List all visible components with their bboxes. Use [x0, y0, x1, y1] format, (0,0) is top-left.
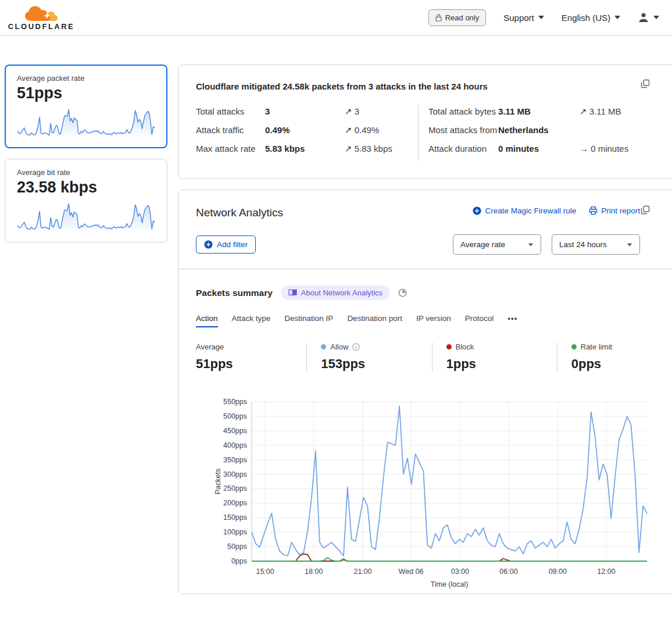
svg-text:350pps: 350pps [223, 456, 247, 464]
more-tabs-button[interactable]: ••• [507, 314, 517, 327]
attack-summary-panel: Cloudflare mitigated 24.58k packets from… [178, 65, 672, 179]
stat-value: 3 [265, 105, 345, 117]
avg-bit-rate-card[interactable]: Average bit rate 23.58 kbps [5, 159, 167, 242]
about-network-analytics-badge[interactable]: About Network Analytics [281, 286, 390, 300]
user-icon [638, 12, 649, 23]
svg-text:250pps: 250pps [223, 484, 247, 493]
svg-text:Wed 06: Wed 06 [399, 568, 424, 576]
support-menu[interactable]: Support [503, 13, 544, 23]
avg-packet-rate-card[interactable]: Average packet rate 51pps [5, 65, 167, 148]
stat-trend: ↗ 0.49% [345, 124, 379, 136]
chevron-down-icon [614, 16, 620, 19]
stat-trend: ↗ 3 [345, 105, 359, 117]
trend-up-icon: ↗ [580, 106, 587, 116]
print-report-link[interactable]: Print report [589, 206, 640, 215]
support-label: Support [503, 13, 534, 23]
plus-circle-icon [473, 206, 481, 215]
tab-action[interactable]: Action [196, 314, 218, 327]
plus-circle-icon [204, 240, 213, 249]
dimension-tabs: Action Attack type Destination IP Destin… [196, 314, 672, 327]
packets-summary-title: Packets summary [196, 288, 273, 298]
trend-value: 3.11 MB [589, 106, 621, 116]
account-menu[interactable] [638, 12, 659, 23]
time-range-dropdown-value: Last 24 hours [559, 240, 607, 249]
stat-total-attack-bytes: Total attack bytes 3.11 MB ↗ 3.11 MB [428, 105, 672, 117]
stat-most-attacks-from: Most attacks from Netherlands [428, 124, 672, 136]
tab-attack-type[interactable]: Attack type [232, 314, 271, 327]
stat-value: Netherlands [498, 124, 580, 136]
metric-value: 23.58 kbps [17, 179, 155, 197]
stat-attack-traffic: Attack traffic 0.49% ↗ 0.49% [196, 124, 418, 136]
stat-value: 153pps [321, 356, 431, 372]
metric-value: 51pps [17, 84, 155, 102]
info-icon[interactable] [352, 343, 360, 351]
tab-destination-port[interactable]: Destination port [347, 314, 402, 327]
history-clock-icon[interactable] [398, 288, 407, 297]
svg-text:550pps: 550pps [223, 398, 247, 406]
svg-text:400pps: 400pps [223, 441, 247, 449]
svg-text:03:00: 03:00 [451, 568, 469, 576]
chevron-down-icon [653, 16, 659, 19]
create-rule-label: Create Magic Firewall rule [485, 206, 576, 215]
packets-line-chart: 0pps50pps100pps150pps200pps250pps300pps3… [211, 394, 659, 591]
stat-value: 51pps [196, 356, 306, 372]
trend-value: 3 [355, 106, 359, 116]
tab-destination-ip[interactable]: Destination IP [284, 314, 333, 327]
stat-block: Block 1pps [432, 342, 557, 372]
cloudflare-cloud-icon [23, 5, 59, 23]
create-magic-firewall-rule-link[interactable]: Create Magic Firewall rule [473, 206, 576, 215]
stat-allow: Allow 153pps [306, 342, 431, 372]
stat-label: Total attacks [196, 105, 265, 117]
svg-text:Packets: Packets [214, 469, 222, 494]
stat-value: 1pps [446, 356, 557, 372]
stat-label: Block [456, 342, 474, 351]
stat-trend: ↗ 3.11 MB [580, 105, 621, 117]
packet-rate-sparkline [17, 106, 155, 138]
svg-text:200pps: 200pps [223, 499, 247, 507]
stat-value: 0 minutes [498, 142, 580, 155]
packets-chart: 0pps50pps100pps150pps200pps250pps300pps3… [211, 394, 672, 594]
chevron-down-icon [528, 243, 534, 246]
lock-icon [435, 14, 442, 22]
svg-text:100pps: 100pps [223, 528, 247, 536]
summary-left-stats: Total attacks 3 ↗ 3 Attack traffic 0.49%… [196, 105, 418, 161]
language-menu[interactable]: English (US) [562, 13, 620, 23]
copy-icon[interactable] [641, 205, 650, 215]
stat-label: Attack duration [428, 142, 498, 155]
stat-label: Max attack rate [196, 142, 265, 155]
add-filter-button[interactable]: Add filter [196, 236, 256, 254]
trend-value: 5.83 kbps [355, 144, 392, 154]
chevron-down-icon [627, 243, 632, 246]
stat-value: 3.11 MB [498, 105, 580, 117]
svg-text:21:00: 21:00 [353, 568, 371, 576]
stat-average: Average 51pps [196, 342, 306, 372]
stat-trend: → 0 minutes [580, 142, 628, 155]
time-range-dropdown[interactable]: Last 24 hours [552, 234, 640, 255]
svg-text:06:00: 06:00 [499, 568, 517, 576]
svg-text:Time (local): Time (local) [431, 580, 469, 588]
svg-text:18:00: 18:00 [305, 568, 323, 576]
trend-up-icon: ↗ [345, 106, 352, 116]
svg-text:09:00: 09:00 [549, 568, 567, 576]
metric-dropdown[interactable]: Average rate [453, 234, 541, 255]
metric-label: Average packet rate [17, 74, 155, 83]
tab-protocol[interactable]: Protocol [465, 314, 494, 327]
add-filter-label: Add filter [217, 240, 248, 249]
attack-summary-title: Cloudflare mitigated 24.58k packets from… [196, 81, 672, 91]
brand-wordmark: CLOUDFLARE [8, 22, 75, 31]
trend-up-icon: ↗ [345, 144, 352, 154]
read-only-badge: Read only [428, 9, 487, 26]
read-only-label: Read only [445, 13, 480, 22]
svg-text:300pps: 300pps [223, 470, 247, 479]
chevron-down-icon [538, 16, 544, 19]
svg-text:500pps: 500pps [223, 412, 247, 420]
svg-text:450pps: 450pps [223, 427, 247, 435]
tab-ip-version[interactable]: IP version [416, 314, 451, 327]
network-analytics-panel: Network Analytics Create Magic Firewall … [178, 190, 672, 594]
allow-series-dot [321, 344, 326, 349]
cloudflare-logo[interactable]: CLOUDFLARE [9, 5, 73, 31]
svg-text:15:00: 15:00 [256, 568, 274, 576]
copy-icon[interactable] [641, 79, 650, 88]
stat-total-attacks: Total attacks 3 ↗ 3 [196, 105, 418, 117]
bit-rate-sparkline [17, 200, 155, 233]
